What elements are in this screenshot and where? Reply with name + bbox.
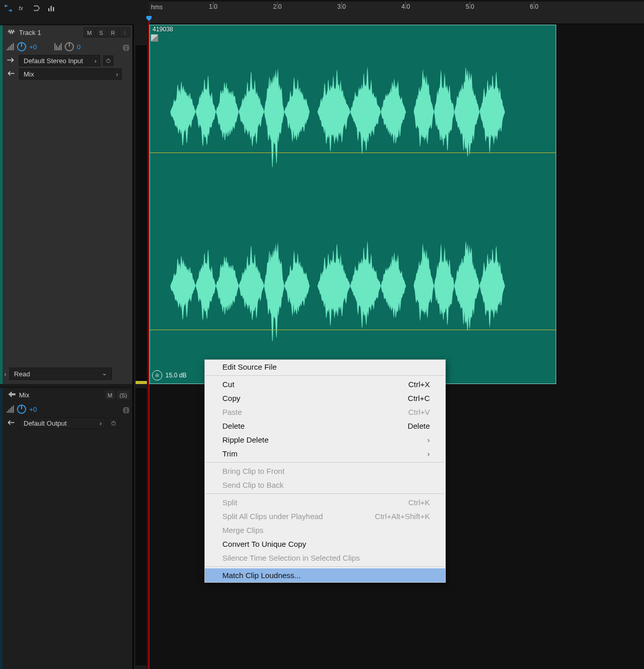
ruler-tick: 2.0 bbox=[273, 3, 282, 10]
input-fx-power[interactable] bbox=[103, 55, 113, 66]
clip-label: 419038 bbox=[151, 25, 175, 34]
svg-rect-1 bbox=[48, 8, 49, 11]
gain-value: 15.0 dB bbox=[165, 372, 186, 379]
submenu-arrow-icon: › bbox=[427, 435, 430, 444]
mix-stereo-icon: ((·)) bbox=[123, 406, 128, 413]
menu-send-back: Send Clip to Back bbox=[205, 478, 445, 492]
pan-knob[interactable] bbox=[65, 42, 74, 51]
vol-icon bbox=[7, 43, 14, 50]
mix-color-accent bbox=[0, 388, 3, 669]
menu-split-all: Split All Clips under PlayheadCtrl+Alt+S… bbox=[205, 509, 445, 523]
volume-knob[interactable] bbox=[17, 42, 26, 51]
mute-button[interactable]: M bbox=[84, 27, 95, 37]
track-meter bbox=[136, 45, 147, 384]
mix-output-row: Default Output bbox=[3, 416, 132, 430]
menu-separator bbox=[206, 493, 444, 494]
mix-name[interactable]: Mix bbox=[17, 391, 104, 399]
menu-separator bbox=[206, 462, 444, 463]
mix-panel: Mix M (S) +0 ((·)) Default Output bbox=[0, 387, 132, 669]
mix-output-select[interactable]: Default Output bbox=[19, 417, 105, 429]
mix-header: Mix M (S) bbox=[3, 388, 132, 402]
stereo-icon: ((·)) bbox=[123, 43, 128, 51]
pan-icon bbox=[54, 43, 62, 50]
track-panel: Track 1 M S R I +0 0 ((·)) Default Stere… bbox=[0, 25, 132, 384]
menu-ripple-delete[interactable]: Ripple Delete› bbox=[205, 433, 445, 447]
menu-paste: PasteCtrl+V bbox=[205, 405, 445, 419]
svg-rect-2 bbox=[51, 6, 52, 12]
mix-volume-row: +0 ((·)) bbox=[3, 402, 132, 416]
automation-mode-select[interactable]: Read bbox=[9, 368, 112, 380]
automation-line-bot[interactable] bbox=[150, 330, 556, 330]
clip-gain-badge[interactable]: ılı 15.0 dB bbox=[152, 370, 186, 380]
meter-strip bbox=[132, 25, 149, 669]
pan-value[interactable]: 0 bbox=[77, 43, 81, 51]
menu-match-loudness[interactable]: Match Clip Loudness... bbox=[205, 568, 445, 582]
output-row: Mix bbox=[3, 67, 132, 81]
toolbar-left-group: fx bbox=[0, 0, 60, 16]
menu-separator bbox=[206, 375, 444, 376]
input-monitor-button[interactable]: I bbox=[119, 27, 130, 37]
mix-type-icon bbox=[7, 391, 17, 399]
playhead-marker[interactable] bbox=[146, 15, 152, 22]
input-row: Default Stereo Input bbox=[3, 54, 132, 67]
ruler-tick: 1.0 bbox=[209, 3, 218, 10]
mix-volume-value[interactable]: +0 bbox=[29, 406, 37, 413]
menu-silence: Silence Time Selection in Selected Clips bbox=[205, 551, 445, 565]
mix-solo-button[interactable]: (S) bbox=[116, 390, 130, 400]
input-arrow-icon bbox=[7, 57, 16, 65]
ruler-tick: 6.0 bbox=[530, 3, 539, 10]
eq-icon[interactable] bbox=[44, 1, 59, 15]
track-volume-row: +0 0 ((·)) bbox=[3, 40, 132, 54]
menu-trim[interactable]: Trim› bbox=[205, 447, 445, 461]
track-type-icon bbox=[7, 29, 17, 36]
track-color-accent bbox=[0, 25, 3, 384]
mix-fx-power[interactable] bbox=[108, 418, 119, 428]
menu-split: SplitCtrl+K bbox=[205, 495, 445, 509]
menu-delete[interactable]: DeleteDelete bbox=[205, 419, 445, 433]
volume-value[interactable]: +0 bbox=[29, 43, 37, 51]
sends-icon[interactable] bbox=[30, 1, 44, 15]
mix-meter bbox=[136, 388, 147, 665]
menu-cut[interactable]: CutCtrl+X bbox=[205, 377, 445, 391]
track-header: Track 1 M S R I bbox=[3, 25, 132, 40]
menu-unique-copy[interactable]: Convert To Unique Copy bbox=[205, 537, 445, 551]
menu-copy[interactable]: CopyCtrl+C bbox=[205, 391, 445, 405]
menu-separator bbox=[206, 566, 444, 567]
output-arrow-icon bbox=[7, 70, 16, 78]
audio-clip[interactable]: 419038 bbox=[149, 25, 556, 384]
context-menu: Edit Source File CutCtrl+X CopyCtrl+C Pa… bbox=[204, 359, 446, 583]
ruler-tick: 3.0 bbox=[337, 3, 346, 10]
mix-mute-button[interactable]: M bbox=[104, 390, 116, 400]
svg-text:fx: fx bbox=[19, 5, 24, 11]
mix-vol-icon bbox=[7, 406, 14, 413]
ruler-unit: hms bbox=[151, 4, 163, 11]
automation-line-top[interactable] bbox=[150, 152, 556, 153]
time-ruler[interactable]: hms 1.02.03.04.05.06.0 bbox=[149, 2, 644, 24]
menu-merge: Merge Clips bbox=[205, 523, 445, 537]
menu-bring-front: Bring Clip to Front bbox=[205, 464, 445, 478]
mix-output-arrow-icon bbox=[7, 419, 16, 427]
track-name[interactable]: Track 1 bbox=[17, 29, 83, 36]
svg-rect-3 bbox=[53, 7, 54, 11]
menu-edit-source[interactable]: Edit Source File bbox=[205, 360, 445, 374]
ripple-edit-icon[interactable] bbox=[1, 1, 15, 15]
gain-icon: ılı bbox=[152, 370, 162, 380]
input-select[interactable]: Default Stereo Input bbox=[19, 55, 100, 66]
solo-button[interactable]: S bbox=[96, 27, 107, 37]
mix-volume-knob[interactable] bbox=[17, 405, 26, 414]
expand-chevron-icon[interactable]: › bbox=[4, 370, 6, 378]
output-select[interactable]: Mix bbox=[19, 68, 122, 80]
automation-row: › Read bbox=[4, 368, 112, 380]
fx-icon[interactable]: fx bbox=[15, 1, 30, 15]
ruler-tick: 4.0 bbox=[402, 3, 410, 10]
ruler-tick: 5.0 bbox=[466, 3, 475, 10]
waveform-right bbox=[150, 35, 556, 384]
submenu-arrow-icon: › bbox=[427, 449, 430, 458]
record-button[interactable]: R bbox=[107, 27, 119, 37]
